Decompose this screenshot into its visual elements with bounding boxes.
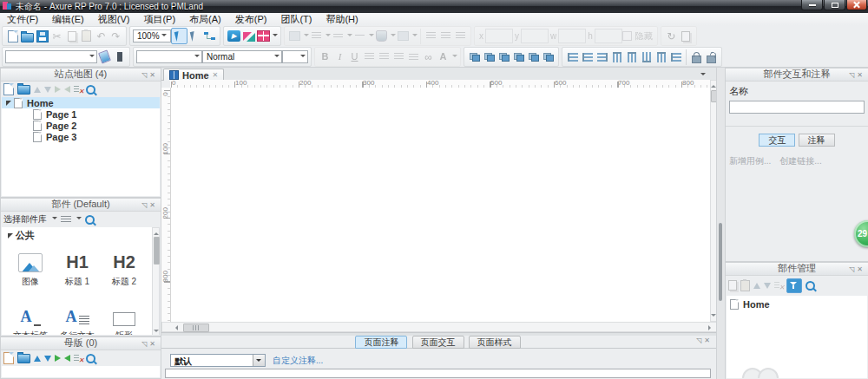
font-size-select[interactable]: [282, 50, 308, 63]
generate-button[interactable]: [256, 29, 271, 43]
tab-notes[interactable]: 注释: [799, 134, 835, 147]
customize-notes-link[interactable]: 自定义注释...: [273, 355, 323, 367]
add-folder-button[interactable]: [17, 85, 30, 95]
unlock-button[interactable]: [704, 49, 719, 64]
align-objects-right-button[interactable]: [595, 49, 609, 64]
minimize-button[interactable]: [801, 0, 823, 10]
tab-overflow-icon[interactable]: [700, 73, 706, 78]
library-select[interactable]: 选择部件库: [3, 213, 47, 225]
text-style-select[interactable]: Normal: [202, 50, 282, 63]
open-file-button[interactable]: [20, 29, 35, 43]
send-back-button[interactable]: [511, 49, 526, 64]
tab-close-icon[interactable]: ✕: [213, 71, 219, 79]
float-panel-icon[interactable]: ◹: [696, 337, 704, 344]
tab-page-notes[interactable]: 页面注释: [355, 336, 407, 349]
tree-item-home[interactable]: Home: [2, 97, 160, 108]
manager-item-home[interactable]: Home: [727, 298, 867, 310]
align-objects-center-button[interactable]: [580, 49, 595, 64]
page-notes-textarea[interactable]: [165, 369, 711, 378]
widget-text-label[interactable]: A 文本标签: [7, 300, 54, 335]
maximize-button[interactable]: [824, 0, 845, 10]
search-widgets-button[interactable]: [85, 215, 95, 225]
indent-button[interactable]: [55, 355, 61, 362]
menu-project[interactable]: 项目(P): [136, 13, 182, 25]
style-brush-button[interactable]: [112, 49, 127, 64]
save-button[interactable]: [35, 29, 49, 43]
float-panel-icon[interactable]: ◹: [849, 265, 857, 273]
widget-heading1[interactable]: H1 标题 1: [54, 246, 101, 288]
widget-paragraph[interactable]: A 多行文本: [54, 300, 101, 335]
connector-tool-button[interactable]: [202, 29, 217, 43]
close-panel-icon[interactable]: ✕: [857, 71, 865, 79]
view-options-button[interactable]: [61, 216, 71, 223]
close-panel-icon[interactable]: ✕: [149, 201, 158, 209]
font-family-select[interactable]: [5, 50, 97, 63]
add-master-folder-button[interactable]: [17, 354, 30, 363]
filter-button[interactable]: [786, 278, 802, 293]
group-button[interactable]: [467, 49, 482, 64]
bring-front-button[interactable]: [496, 49, 511, 64]
lock-button[interactable]: [689, 49, 704, 64]
preview-button[interactable]: ▶: [227, 29, 241, 43]
menu-view[interactable]: 视图(V): [91, 13, 137, 25]
widgets-scrollbar[interactable]: [152, 227, 160, 335]
tab-page-interactions[interactable]: 页面交互: [412, 336, 464, 349]
zoom-select[interactable]: 100%: [133, 29, 171, 42]
chevron-down-icon[interactable]: [273, 34, 278, 39]
align-objects-middle-button[interactable]: [624, 49, 639, 64]
search-widgets-button[interactable]: [806, 281, 815, 291]
menu-layout[interactable]: 布局(A): [182, 13, 228, 25]
menu-file[interactable]: 文件(F): [0, 13, 45, 25]
float-panel-icon[interactable]: ◹: [141, 71, 149, 79]
tree-item-page3[interactable]: Page 3: [2, 131, 160, 142]
close-button[interactable]: [846, 0, 867, 10]
menu-publish[interactable]: 发布(P): [228, 13, 274, 25]
distribute-vertical-button[interactable]: [668, 49, 683, 64]
float-panel-icon[interactable]: ◹: [141, 201, 149, 209]
tree-item-page2[interactable]: Page 2: [2, 120, 160, 131]
close-panel-icon[interactable]: ✕: [857, 265, 865, 273]
publish-button[interactable]: [241, 29, 256, 43]
menu-edit[interactable]: 编辑(E): [45, 13, 91, 25]
right-splitter-handle[interactable]: [719, 223, 722, 301]
align-objects-left-button[interactable]: [565, 49, 580, 64]
collapse-icon[interactable]: [6, 101, 11, 106]
note-set-select[interactable]: 默认: [170, 354, 266, 367]
widget-name-input[interactable]: [729, 101, 865, 114]
tab-interactions[interactable]: 交互: [759, 134, 795, 147]
align-objects-bottom-button[interactable]: [639, 49, 654, 64]
float-panel-icon[interactable]: ◹: [849, 71, 857, 79]
select-contained-tool-button[interactable]: [187, 29, 202, 43]
new-file-button[interactable]: [5, 29, 20, 43]
close-panel-icon[interactable]: ✕: [704, 337, 713, 344]
widget-style-select[interactable]: [136, 50, 202, 63]
close-panel-icon[interactable]: ✕: [149, 340, 158, 348]
canvas-horizontal-scrollbar[interactable]: [161, 322, 717, 332]
search-masters-button[interactable]: [86, 354, 95, 363]
align-objects-top-button[interactable]: [609, 49, 624, 64]
move-up-button[interactable]: [34, 356, 41, 362]
scrollbar-thumb[interactable]: [154, 237, 160, 265]
delete-master-button[interactable]: [74, 354, 82, 363]
search-pages-button[interactable]: [86, 85, 95, 95]
move-down-button[interactable]: [44, 356, 51, 362]
widget-image[interactable]: 图像: [7, 246, 54, 288]
scrollbar-thumb[interactable]: [183, 323, 209, 332]
tree-item-page1[interactable]: Page 1: [2, 108, 160, 120]
masters-tree[interactable]: [2, 366, 160, 377]
add-master-button[interactable]: [3, 352, 14, 364]
delete-page-button[interactable]: [74, 85, 82, 94]
select-tool-button[interactable]: [171, 28, 187, 44]
design-canvas[interactable]: [171, 88, 710, 322]
widgets-section-common[interactable]: 公共: [3, 230, 160, 241]
tab-page-styles[interactable]: 页面样式: [469, 336, 521, 349]
close-panel-icon[interactable]: ✕: [149, 71, 158, 79]
menu-help[interactable]: 帮助(H): [319, 13, 365, 25]
menu-team[interactable]: 团队(T): [273, 13, 319, 25]
outdent-button[interactable]: [64, 355, 70, 362]
bring-forward-button[interactable]: [526, 49, 541, 64]
add-page-button[interactable]: [3, 83, 14, 95]
distribute-horizontal-button[interactable]: [654, 49, 668, 64]
widget-rectangle[interactable]: 矩形: [101, 300, 148, 335]
float-panel-icon[interactable]: ◹: [141, 340, 149, 348]
